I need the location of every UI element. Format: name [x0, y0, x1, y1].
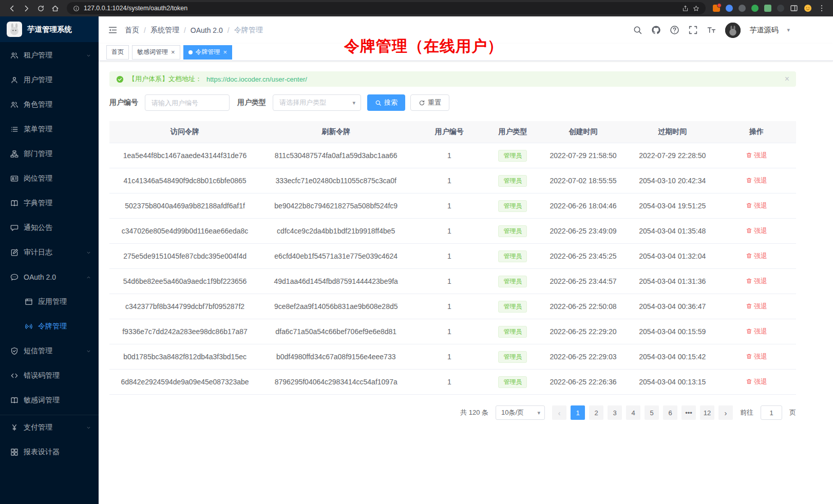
browser-reload-button[interactable] [34, 2, 47, 15]
user-avatar[interactable] [725, 23, 741, 38]
tab-close-icon[interactable]: × [171, 49, 175, 55]
pager-more-button[interactable]: ••• [681, 405, 696, 420]
access-token-cell: c342377bf8b344799dcbf7bf095287f2 [109, 294, 260, 319]
help-icon[interactable] [670, 25, 679, 35]
table-row: c342377bf8b344799dcbf7bf095287f29ce8ef2a… [109, 294, 796, 319]
page-size-select[interactable]: 10条/页 ▾ [496, 405, 545, 420]
page-button-2[interactable]: 2 [589, 405, 603, 420]
reset-button-label: 重置 [428, 98, 441, 107]
user-type-cell: 管理员 [487, 344, 538, 370]
chevron-down-icon[interactable]: ▾ [787, 27, 790, 33]
sidebar-item-oauth2[interactable]: OAuth 2.0 [0, 265, 99, 289]
force-logout-button[interactable]: 强退 [746, 151, 767, 160]
bookmark-star-icon[interactable] [693, 5, 699, 12]
breadcrumb-item[interactable]: 首页 [125, 26, 139, 35]
trash-icon [746, 328, 752, 335]
breadcrumb-item[interactable]: 系统管理 [150, 26, 179, 35]
alert-doc-link[interactable]: https://doc.iocoder.cn/user-center/ [206, 75, 307, 83]
force-logout-button[interactable]: 强退 [746, 277, 767, 286]
trash-icon [746, 227, 752, 234]
page-button-4[interactable]: 4 [626, 405, 640, 420]
tree-icon [10, 150, 18, 158]
user-type-badge: 管理员 [498, 150, 527, 162]
force-logout-button[interactable]: 强退 [746, 251, 767, 261]
sidebar-item-user[interactable]: 用户管理 [0, 68, 99, 92]
force-logout-button[interactable]: 强退 [746, 201, 767, 210]
extension-icon-3[interactable] [739, 5, 746, 12]
alert-close-icon[interactable]: × [785, 75, 789, 83]
refresh-token-cell: 811c530487574fa0af1a59d3abc1aa66 [260, 143, 411, 168]
user-id-cell: 1 [411, 244, 487, 269]
font-size-icon[interactable] [707, 25, 716, 35]
sidebar-item-sms[interactable]: 短信管理 [0, 339, 99, 363]
sidebar-item-dept[interactable]: 部门管理 [0, 142, 99, 166]
extension-icon-2[interactable] [726, 5, 733, 12]
sidebar-item-audit-log[interactable]: 审计日志 [0, 240, 99, 265]
breadcrumb: 首页/系统管理/OAuth 2.0/令牌管理 [125, 26, 263, 35]
create-time-cell: 2022-06-25 22:50:08 [539, 294, 628, 319]
total-count: 共 120 条 [460, 408, 488, 417]
tab-sensitive-word[interactable]: 敏感词管理× [132, 45, 180, 60]
page-button-3[interactable]: 3 [608, 405, 622, 420]
user-id-input[interactable] [145, 94, 230, 111]
goto-page-input[interactable] [761, 405, 782, 420]
fullscreen-icon[interactable] [688, 25, 698, 35]
page-button-1[interactable]: 1 [571, 405, 585, 420]
extension-icon-5[interactable] [764, 5, 771, 12]
sidebar-item-sensitive-word[interactable]: 敏感词管理 [0, 388, 99, 413]
sidebar-item-role[interactable]: 角色管理 [0, 92, 99, 117]
prev-page-button[interactable]: ‹ [552, 405, 566, 420]
breadcrumb-item[interactable]: OAuth 2.0 [191, 26, 223, 34]
sidebar-fold-icon[interactable] [108, 25, 118, 35]
split-view-icon[interactable] [790, 4, 798, 12]
share-icon[interactable] [682, 5, 689, 12]
page-button-5[interactable]: 5 [645, 405, 659, 420]
force-logout-button[interactable]: 强退 [746, 352, 767, 361]
sidebar-item-post[interactable]: 岗位管理 [0, 166, 99, 191]
address-bar[interactable]: 127.0.0.1:1024/system/oauth2/token [67, 2, 706, 14]
sidebar-item-oauth2-token[interactable]: 令牌管理 [0, 314, 99, 339]
browser-home-button[interactable] [48, 2, 62, 15]
tab-home[interactable]: 首页 [106, 45, 129, 60]
user-type-badge: 管理员 [498, 276, 527, 287]
tab-token[interactable]: 令牌管理× [183, 45, 233, 60]
github-icon[interactable] [651, 25, 661, 35]
chevron-down-icon [86, 348, 91, 354]
sidebar-item-payment[interactable]: 支付管理 [0, 415, 99, 440]
page-button-12[interactable]: 12 [700, 405, 714, 420]
logo-row[interactable]: 芋道管理系统 [0, 16, 99, 42]
column-header: 用户类型 [487, 121, 538, 143]
profile-avatar-icon[interactable] [804, 4, 812, 12]
force-logout-button[interactable]: 强退 [746, 377, 767, 386]
extension-icon-6[interactable] [777, 5, 784, 12]
username[interactable]: 芋道源码 [749, 26, 778, 35]
book-icon [10, 199, 18, 207]
force-logout-button[interactable]: 强退 [746, 226, 767, 236]
sidebar-item-error-code[interactable]: 错误码管理 [0, 363, 99, 388]
next-page-button[interactable]: › [718, 405, 733, 420]
search-icon[interactable] [633, 25, 642, 35]
page-button-6[interactable]: 6 [663, 405, 677, 420]
force-logout-button[interactable]: 强退 [746, 327, 767, 336]
force-logout-button[interactable]: 强退 [746, 176, 767, 185]
sidebar-item-dict[interactable]: 字典管理 [0, 191, 99, 216]
tab-close-icon[interactable]: × [223, 49, 228, 55]
sidebar-item-tenant[interactable]: 租户管理 [0, 43, 99, 68]
extension-icon-1[interactable] [713, 5, 720, 12]
sidebar-item-menu[interactable]: 菜单管理 [0, 117, 99, 142]
forward-icon [23, 5, 30, 12]
search-button[interactable]: 搜索 [367, 94, 405, 111]
browser-back-button[interactable] [5, 2, 18, 15]
sidebar-item-label: 部门管理 [24, 149, 91, 159]
user-id-label: 用户编号 [109, 98, 138, 107]
kebab-menu-icon[interactable] [818, 4, 826, 12]
reset-button[interactable]: 重置 [410, 94, 449, 111]
sidebar-item-notice[interactable]: 通知公告 [0, 216, 99, 240]
extension-icon-4[interactable] [751, 5, 759, 12]
browser-forward-button[interactable] [20, 2, 33, 15]
user-type-select[interactable]: 请选择用户类型 ▾ [273, 94, 361, 111]
sidebar-item-oauth2-application[interactable]: 应用管理 [0, 289, 99, 314]
force-logout-button[interactable]: 强退 [746, 302, 767, 311]
sidebar-item-report-designer[interactable]: 报表设计器 [0, 440, 99, 464]
refresh-token-cell: be90422b8c7946218275a508bf524fc9 [260, 193, 411, 219]
